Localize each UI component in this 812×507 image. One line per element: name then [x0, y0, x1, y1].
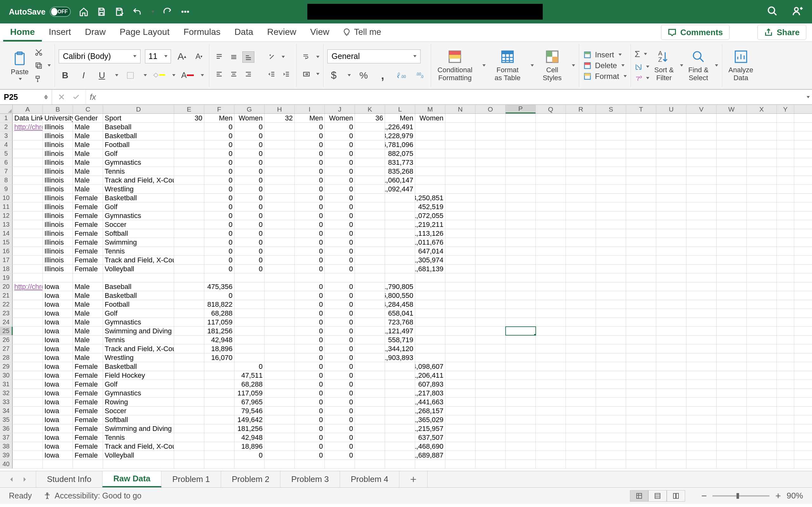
cell[interactable] — [566, 451, 596, 459]
cell[interactable] — [656, 185, 687, 193]
cell[interactable] — [43, 460, 73, 468]
cell[interactable] — [13, 131, 43, 140]
cell[interactable] — [174, 327, 204, 335]
cell[interactable] — [385, 274, 415, 282]
cell[interactable] — [536, 451, 566, 459]
cell[interactable]: Men — [204, 114, 235, 122]
cell[interactable] — [475, 211, 506, 220]
cell[interactable]: Male — [73, 318, 103, 326]
cell[interactable] — [566, 167, 596, 176]
cell[interactable] — [596, 140, 626, 149]
cell[interactable] — [415, 291, 445, 300]
cell[interactable] — [777, 415, 794, 424]
cell[interactable] — [506, 203, 536, 211]
cell[interactable]: Volleyball — [103, 265, 174, 273]
cell[interactable] — [506, 176, 536, 184]
cell[interactable]: Female — [73, 442, 103, 451]
row-header[interactable]: 16 — [0, 247, 13, 256]
cell[interactable] — [174, 149, 204, 158]
cell[interactable] — [13, 229, 43, 238]
cell[interactable] — [264, 158, 295, 167]
cell[interactable] — [687, 247, 716, 256]
cell[interactable] — [103, 460, 174, 468]
row-header[interactable]: 5 — [0, 149, 13, 158]
cell[interactable]: University — [43, 114, 73, 122]
cell[interactable] — [355, 193, 385, 202]
cell[interactable] — [385, 389, 415, 397]
cell[interactable] — [264, 265, 295, 273]
cell[interactable] — [264, 380, 295, 389]
cell[interactable] — [716, 238, 747, 246]
cell[interactable] — [355, 265, 385, 273]
cell[interactable] — [13, 406, 43, 415]
cell[interactable] — [687, 406, 716, 415]
bold-button[interactable]: B — [59, 69, 71, 82]
cell[interactable]: 0 — [295, 362, 325, 371]
cell[interactable]: 68,288 — [235, 380, 264, 389]
cell[interactable] — [264, 336, 295, 344]
align-top-icon[interactable] — [213, 51, 225, 63]
cell[interactable] — [506, 371, 536, 380]
accessibility-status[interactable]: Accessibility: Good to go — [43, 491, 142, 500]
cell[interactable]: 0 — [295, 193, 325, 202]
cell[interactable] — [264, 211, 295, 220]
row-header[interactable]: 11 — [0, 203, 13, 211]
row-header[interactable]: 9 — [0, 185, 13, 193]
cell[interactable] — [626, 389, 656, 397]
cell[interactable]: 1,072,055 — [415, 211, 445, 220]
cell[interactable] — [656, 336, 687, 344]
cell[interactable] — [475, 309, 506, 318]
cell[interactable] — [475, 274, 506, 282]
cell[interactable] — [385, 380, 415, 389]
cell[interactable] — [235, 336, 264, 344]
cell[interactable]: Basketball — [103, 131, 174, 140]
cell[interactable] — [264, 203, 295, 211]
cell[interactable] — [536, 185, 566, 193]
cell[interactable] — [445, 203, 475, 211]
cell[interactable]: 831,773 — [385, 158, 415, 167]
row-header[interactable]: 23 — [0, 309, 13, 318]
cell[interactable]: Soccer — [103, 220, 174, 229]
cell[interactable] — [355, 247, 385, 256]
cell[interactable] — [475, 353, 506, 362]
cell[interactable] — [204, 274, 235, 282]
cell[interactable] — [716, 114, 747, 122]
cell[interactable]: Tennis — [103, 167, 174, 176]
cell[interactable] — [506, 344, 536, 353]
cell[interactable]: Male — [73, 309, 103, 318]
cell[interactable] — [536, 167, 566, 176]
cell[interactable]: 0 — [325, 220, 355, 229]
cell[interactable] — [73, 274, 103, 282]
cell[interactable]: Illinois — [43, 247, 73, 256]
col-header-Q[interactable]: Q — [536, 105, 566, 113]
cell[interactable]: 0 — [295, 291, 325, 300]
cell[interactable] — [475, 193, 506, 202]
cell[interactable] — [687, 149, 716, 158]
cell[interactable]: 149,642 — [235, 415, 264, 424]
cell[interactable]: 0 — [235, 193, 264, 202]
col-header-T[interactable]: T — [626, 105, 656, 113]
tab-draw[interactable]: Draw — [78, 27, 113, 42]
cell[interactable] — [536, 380, 566, 389]
cell[interactable] — [506, 167, 536, 176]
cell[interactable]: 0 — [204, 211, 235, 220]
cell[interactable] — [716, 167, 747, 176]
cell[interactable] — [716, 318, 747, 326]
cell[interactable] — [445, 362, 475, 371]
cell[interactable] — [687, 282, 716, 291]
cell[interactable] — [385, 442, 415, 451]
cell[interactable]: 0 — [204, 256, 235, 264]
cell[interactable] — [475, 131, 506, 140]
cell[interactable] — [174, 274, 204, 282]
cell[interactable]: Illinois — [43, 265, 73, 273]
cell[interactable] — [415, 344, 445, 353]
cell[interactable] — [506, 238, 536, 246]
cell[interactable] — [777, 291, 794, 300]
cell[interactable] — [264, 433, 295, 442]
cell[interactable] — [415, 167, 445, 176]
cell[interactable] — [355, 353, 385, 362]
cell[interactable] — [204, 451, 235, 459]
cell[interactable]: 0 — [295, 451, 325, 459]
cell[interactable] — [596, 327, 626, 335]
cell[interactable] — [355, 424, 385, 433]
